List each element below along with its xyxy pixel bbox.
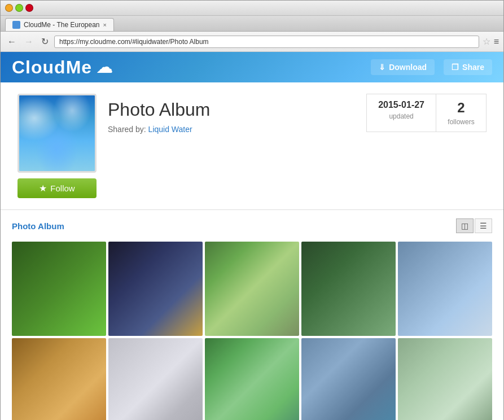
photo-grid — [12, 242, 492, 420]
browser-frame: CloudMe - The European × ← → ↻ ☆ ≡ Cloud… — [0, 0, 504, 420]
share-button[interactable]: ❐ Share — [444, 59, 492, 75]
updated-label: updated — [378, 112, 424, 120]
followers-label: followers — [448, 118, 475, 126]
download-icon: ⇓ — [379, 63, 385, 72]
download-label: Download — [389, 63, 427, 72]
list-item[interactable] — [205, 338, 299, 420]
shared-by: Shared by: Liquid Water — [108, 125, 355, 134]
list-item[interactable] — [12, 338, 106, 420]
stats-box: 2015-01-27 updated 2 followers — [366, 94, 487, 132]
tab-title: CloudMe - The European — [24, 21, 100, 29]
title-bar — [1, 1, 503, 16]
updated-date: 2015-01-27 — [378, 100, 424, 110]
close-window-button[interactable] — [25, 4, 33, 12]
share-icon: ❐ — [452, 63, 459, 72]
shared-by-label: Shared by: — [108, 125, 146, 134]
cloudme-header: CloudMe ☁ ⇓ Download ❐ Share — [1, 52, 503, 82]
gallery-title: Photo Album — [12, 221, 64, 231]
header-actions: ⇓ Download ❐ Share — [371, 59, 492, 75]
followers-count: 2 — [448, 100, 475, 116]
cloud-icon: ☁ — [97, 58, 113, 77]
nav-bar: ← → ↻ ☆ ≡ — [1, 32, 503, 52]
profile-avatar — [17, 94, 97, 173]
gallery-section: Photo Album ◫ ☰ — [1, 210, 503, 420]
page-content: CloudMe ☁ ⇓ Download ❐ Share — [1, 52, 503, 420]
list-view-button[interactable]: ☰ — [475, 218, 492, 233]
minimize-button[interactable] — [5, 4, 13, 12]
list-item[interactable] — [12, 242, 106, 336]
reload-button[interactable]: ↻ — [39, 35, 51, 48]
followers-stat: 2 followers — [436, 94, 487, 132]
back-button[interactable]: ← — [5, 36, 19, 48]
download-button[interactable]: ⇓ Download — [371, 59, 435, 75]
close-tab-button[interactable]: × — [103, 21, 107, 28]
cloudme-logo: CloudMe ☁ — [12, 57, 113, 78]
list-item[interactable] — [108, 338, 203, 420]
tab-favicon — [12, 21, 20, 29]
shared-by-link[interactable]: Liquid Water — [148, 125, 192, 134]
list-item[interactable] — [108, 242, 203, 336]
menu-icon[interactable]: ≡ — [494, 37, 499, 47]
gallery-header: Photo Album ◫ ☰ — [12, 218, 492, 233]
list-item[interactable] — [398, 338, 492, 420]
grid-view-button[interactable]: ◫ — [456, 218, 474, 233]
follow-button[interactable]: ★ Follow — [17, 178, 97, 198]
tab-bar: CloudMe - The European × — [1, 16, 503, 32]
list-item[interactable] — [205, 242, 299, 336]
album-title: Photo Album — [108, 99, 355, 120]
list-item[interactable] — [301, 242, 396, 336]
address-bar[interactable] — [54, 36, 479, 48]
maximize-button[interactable] — [15, 4, 23, 12]
follow-label: Follow — [50, 183, 74, 193]
avatar-image — [19, 95, 95, 171]
list-view-icon: ☰ — [480, 221, 487, 230]
profile-section: ★ Follow Photo Album Shared by: Liquid W… — [1, 82, 503, 210]
share-label: Share — [462, 63, 484, 72]
grid-view-icon: ◫ — [461, 221, 468, 230]
view-toggle: ◫ ☰ — [456, 218, 492, 233]
browser-tab[interactable]: CloudMe - The European × — [5, 18, 114, 31]
profile-left: ★ Follow — [17, 94, 97, 198]
list-item[interactable] — [301, 338, 396, 420]
bookmark-icon[interactable]: ☆ — [483, 36, 490, 47]
forward-button[interactable]: → — [22, 36, 36, 48]
logo-text: CloudMe — [12, 57, 92, 78]
window-controls — [5, 4, 33, 12]
star-icon: ★ — [39, 183, 47, 194]
avatar-water-texture — [19, 95, 95, 171]
list-item[interactable] — [398, 242, 492, 336]
updated-stat: 2015-01-27 updated — [366, 94, 436, 132]
profile-info: Photo Album Shared by: Liquid Water — [108, 94, 355, 134]
